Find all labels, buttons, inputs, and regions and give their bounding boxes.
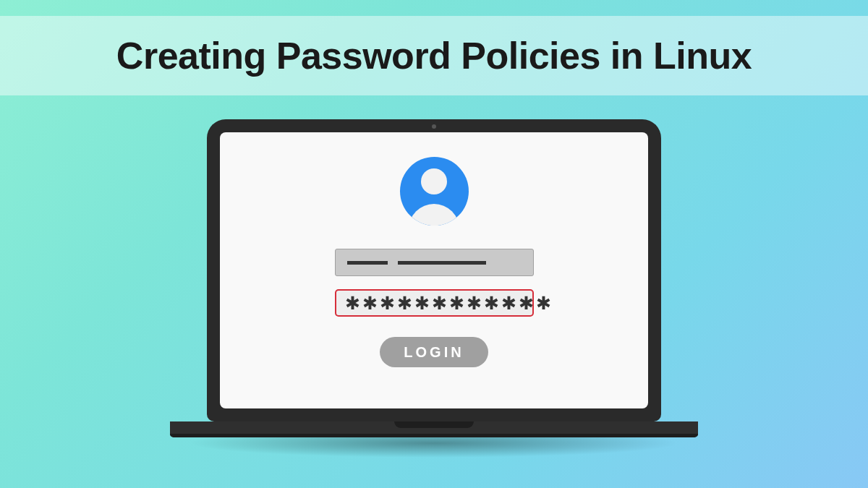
login-button-label: LOGIN: [404, 344, 464, 361]
laptop-base: [170, 421, 698, 437]
avatar-icon: [400, 157, 469, 226]
password-input[interactable]: ✱✱✱✱✱✱✱✱✱✱✱✱: [335, 289, 534, 317]
laptop-illustration: ✱✱✱✱✱✱✱✱✱✱✱✱ LOGIN: [207, 119, 661, 437]
camera-icon: [432, 124, 436, 129]
username-placeholder-part2: [398, 261, 486, 265]
laptop-screen-bezel: ✱✱✱✱✱✱✱✱✱✱✱✱ LOGIN: [207, 119, 661, 421]
username-placeholder-part1: [347, 261, 388, 265]
login-screen: ✱✱✱✱✱✱✱✱✱✱✱✱ LOGIN: [220, 132, 648, 408]
page-title: Creating Password Policies in Linux: [116, 34, 752, 77]
avatar-head: [421, 168, 447, 194]
title-bar: Creating Password Policies in Linux: [0, 16, 868, 95]
avatar-body: [409, 204, 459, 226]
laptop-base-edge: [170, 434, 698, 437]
login-button[interactable]: LOGIN: [380, 337, 488, 367]
username-input[interactable]: [335, 249, 534, 276]
password-mask-text: ✱✱✱✱✱✱✱✱✱✱✱✱: [345, 294, 553, 312]
laptop-hinge-notch: [394, 421, 474, 428]
